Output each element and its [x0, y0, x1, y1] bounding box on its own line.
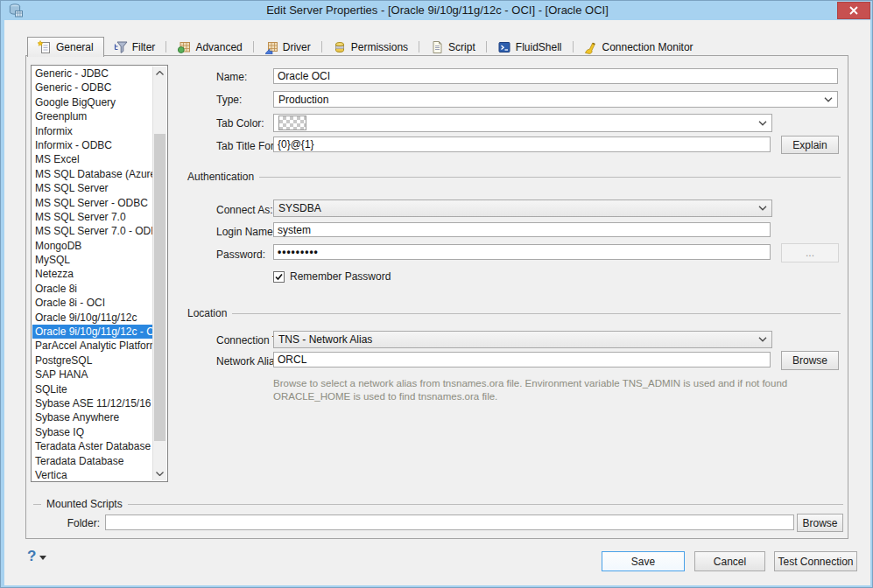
remember-password-checkbox[interactable]: Remember Password [273, 270, 391, 283]
list-item[interactable]: Sybase Anywhere [32, 410, 153, 424]
chevron-down-icon [824, 97, 833, 102]
tab-title-format-input[interactable] [273, 136, 771, 152]
list-item[interactable]: MS SQL Server [32, 181, 153, 195]
connect-as-value: SYSDBA [278, 202, 321, 214]
dialog-window: Edit Server Properties - [Oracle 9i/10g/… [0, 0, 873, 588]
caret-down-icon [39, 556, 46, 560]
password-input[interactable] [273, 244, 771, 260]
connection-monitor-icon [584, 40, 598, 54]
list-item[interactable]: MS SQL Server 7.0 [32, 210, 153, 224]
test-connection-button[interactable]: Test Connection [774, 551, 857, 571]
chevron-down-icon [758, 337, 767, 342]
server-type-list-viewport: Generic - JDBCGeneric - ODBCGoogle BigQu… [32, 66, 153, 480]
general-tab-panel: Generic - JDBCGeneric - ODBCGoogle BigQu… [25, 55, 848, 539]
folder-input[interactable] [105, 514, 794, 530]
titlebar[interactable]: Edit Server Properties - [Oracle 9i/10g/… [2, 1, 873, 20]
authentication-title: Authentication [187, 171, 254, 183]
list-item[interactable]: ParAccel Analytic Platform [32, 339, 153, 353]
connect-as-label: Connect As: [216, 204, 273, 216]
list-item[interactable]: MS SQL Database (Azure) [32, 167, 153, 181]
general-icon [38, 40, 52, 54]
cancel-button[interactable]: Cancel [694, 551, 765, 571]
save-button[interactable]: Save [602, 551, 685, 571]
password-more-button[interactable]: ... [781, 243, 839, 262]
list-item[interactable]: MySQL [32, 253, 153, 267]
list-item[interactable]: Greenplum [32, 109, 153, 123]
list-item[interactable]: Teradata Database [32, 454, 153, 468]
tab-label: Advanced [195, 41, 242, 53]
list-item[interactable]: SAP HANA [32, 368, 153, 382]
list-item[interactable]: MS SQL Server 7.0 - ODBC [32, 224, 153, 238]
list-item[interactable]: Oracle 9i/10g/11g/12c [32, 311, 153, 325]
list-item[interactable]: Teradata Aster Database [32, 439, 153, 453]
list-item[interactable]: PostgreSQL [32, 354, 153, 368]
tab-fluidshell[interactable]: FluidShell [488, 38, 572, 56]
network-alias-browse-button[interactable]: Browse [781, 351, 839, 370]
list-item[interactable]: SQLite [32, 382, 153, 396]
authentication-group-header: Authentication [187, 171, 841, 183]
list-item[interactable]: MS Excel [32, 152, 153, 166]
tab-color-select[interactable] [273, 114, 772, 132]
chevron-down-icon [758, 206, 767, 211]
list-item[interactable]: Vertica [32, 468, 153, 480]
tab-driver[interactable]: Driver [255, 38, 320, 56]
tab-filter[interactable]: Filter [104, 38, 165, 56]
list-item[interactable]: Oracle 9i/10g/11g/12c - OCI [32, 325, 153, 339]
tab-connection-monitor[interactable]: Connection Monitor [574, 38, 703, 56]
list-item[interactable]: Oracle 8i - OCI [32, 296, 153, 310]
tab-label: General [56, 41, 94, 53]
checkbox-checked-icon [273, 271, 285, 283]
tab-label: Driver [283, 41, 311, 53]
name-label: Name: [216, 71, 247, 83]
type-select[interactable]: Production [273, 91, 838, 108]
filter-icon [114, 40, 128, 54]
tab-label: Script [448, 41, 475, 53]
login-name-input[interactable] [273, 222, 771, 237]
list-item[interactable]: MS SQL Server - ODBC [32, 196, 153, 210]
window-title: Edit Server Properties - [Oracle 9i/10g/… [2, 4, 873, 17]
scrollbar-thumb[interactable] [154, 134, 165, 441]
connection-type-value: TNS - Network Alias [278, 333, 372, 346]
help-menu-button[interactable]: ? [27, 549, 46, 564]
tab-color-label: Tab Color: [216, 117, 264, 130]
tab-label: Connection Monitor [602, 41, 693, 53]
list-item[interactable]: Oracle 8i [32, 282, 153, 296]
list-item[interactable]: Google BigQuery [32, 95, 153, 109]
transparent-checker-swatch [278, 116, 306, 130]
tab-script[interactable]: Script [420, 38, 485, 56]
folder-browse-button[interactable]: Browse [797, 514, 843, 532]
list-item[interactable]: Generic - ODBC [32, 80, 153, 94]
list-item[interactable]: Sybase ASE 11/12/15/16 [32, 396, 153, 410]
scroll-down-icon[interactable] [153, 467, 166, 480]
tab-advanced[interactable]: Advanced [167, 38, 251, 56]
login-name-label: Login Name: [216, 226, 276, 238]
server-type-list: Generic - JDBCGeneric - ODBCGoogle BigQu… [31, 65, 168, 482]
script-icon [430, 40, 444, 54]
list-item[interactable]: Informix [32, 124, 153, 138]
close-button[interactable] [837, 2, 870, 19]
mounted-scripts-group-header: Mounted Scripts [33, 498, 843, 510]
name-input[interactable] [273, 68, 838, 84]
tab-label: Filter [132, 41, 156, 53]
permissions-icon [333, 40, 347, 54]
connect-as-select[interactable]: SYSDBA [273, 200, 772, 217]
list-item[interactable]: Informix - ODBC [32, 138, 153, 152]
list-scrollbar[interactable] [152, 66, 166, 480]
type-label: Type: [216, 94, 242, 106]
network-alias-input[interactable] [273, 352, 771, 368]
list-item[interactable]: MongoDB [32, 239, 153, 253]
list-item[interactable]: Sybase IQ [32, 425, 153, 439]
tab-general[interactable]: General [27, 37, 104, 57]
scroll-up-icon[interactable] [153, 66, 166, 80]
explain-button[interactable]: Explain [781, 136, 839, 154]
tab-label: FluidShell [516, 41, 562, 53]
tab-strip: General Filter Advanced Driver [27, 37, 703, 56]
connection-type-select[interactable]: TNS - Network Alias [273, 331, 772, 348]
remember-password-label: Remember Password [290, 270, 391, 283]
tns-help-text: Browse to select a network alias from tn… [273, 377, 814, 403]
dialog-client-area: General Filter Advanced Driver [4, 20, 870, 585]
tab-permissions[interactable]: Permissions [323, 38, 418, 56]
list-item[interactable]: Generic - JDBC [32, 66, 153, 80]
folder-label: Folder: [65, 517, 100, 529]
list-item[interactable]: Netezza [32, 267, 153, 281]
